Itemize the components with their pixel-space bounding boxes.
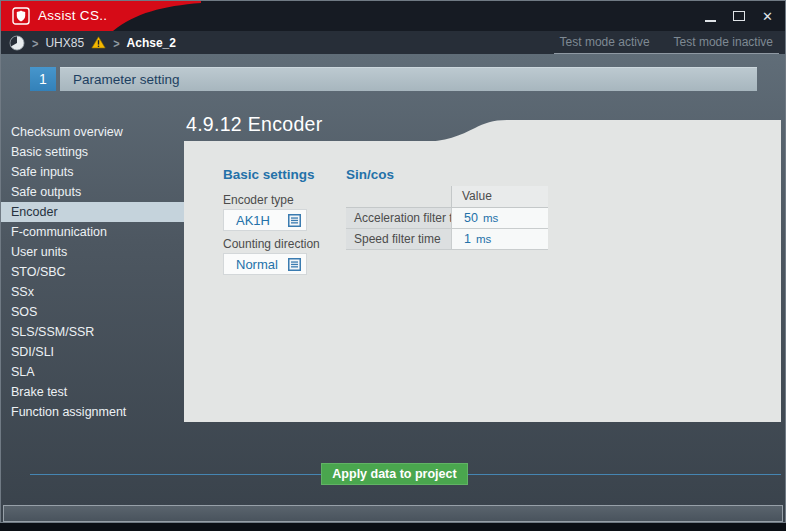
breadcrumb-axis[interactable]: Achse_2 [127,36,176,50]
close-icon[interactable]: ✕ [762,10,773,23]
sidebar-item-sla[interactable]: SLA [1,362,184,382]
sidebar-item-sos[interactable]: SOS [1,302,184,322]
sidebar-item-f-communication[interactable]: F-communication [1,222,184,242]
sidebar-item-basic-settings[interactable]: Basic settings [1,142,184,162]
app-title: Assist CS.. [38,8,107,23]
sidebar-item-safe-outputs[interactable]: Safe outputs [1,182,184,202]
sidebar-item-function-assignment[interactable]: Function assignment [1,402,184,422]
counting-direction-dropdown[interactable]: Normal [223,253,307,275]
counting-direction-value: Normal [224,257,288,272]
test-mode-inactive-button[interactable]: Test mode inactive [674,35,773,49]
title-bar: Assist CS.. ✕ [1,1,785,31]
apply-data-button[interactable]: Apply data to project [321,463,468,485]
minimize-icon[interactable] [705,11,716,22]
speed-filter-time-label: Speed filter time [346,229,451,250]
step-header[interactable]: 1 Parameter setting [30,67,757,91]
sidebar-item-sto-sbc[interactable]: STO/SBC [1,262,184,282]
section-title-sincos: Sin/cos [346,167,394,182]
speed-filter-time-field[interactable]: 1ms [451,229,548,250]
app-window: Assist CS.. ✕ > UHX85 > Achse_2 Test mod… [0,0,786,523]
encoder-type-label: Encoder type [223,193,294,207]
breadcrumb: > UHX85 > Achse_2 Test mode active Test … [1,31,785,54]
maximize-icon[interactable] [733,11,745,21]
sidebar-item-checksum-overview[interactable]: Checksum overview [1,122,184,142]
test-mode-switch: Test mode active Test mode inactive [554,31,779,54]
warning-icon [91,36,106,49]
counting-direction-label: Counting direction [223,237,320,251]
page-title: 4.9.12 Encoder [186,113,322,136]
breadcrumb-device[interactable]: UHX85 [45,36,84,50]
encoder-type-value: AK1H [224,213,288,228]
sidebar-item-brake-test[interactable]: Brake test [1,382,184,402]
main-area: 1 Parameter setting Checksum overview Ba… [1,54,785,522]
shield-logo-icon [12,7,30,25]
sidebar-item-user-units[interactable]: User units [1,242,184,262]
sidebar-item-encoder[interactable]: Encoder [1,202,184,222]
table-row: Acceleration filter time 50ms [346,208,548,229]
sincos-table: Value Acceleration filter time 50ms Spee… [346,186,548,250]
table-header-empty [346,186,451,208]
step-label: Parameter setting [60,67,757,91]
test-mode-active-button[interactable]: Test mode active [560,35,650,49]
section-title-basic-settings: Basic settings [223,167,315,182]
step-number: 1 [30,67,56,91]
chevron-right-icon: > [32,35,38,49]
sidebar-item-ssx[interactable]: SSx [1,282,184,302]
acceleration-filter-time-field[interactable]: 50ms [451,208,548,229]
sidebar-item-sls-ssm-ssr[interactable]: SLS/SSM/SSR [1,322,184,342]
encoder-type-dropdown[interactable]: AK1H [223,209,307,231]
acceleration-filter-time-label: Acceleration filter time [346,208,451,229]
sidebar-item-safe-inputs[interactable]: Safe inputs [1,162,184,182]
sidebar-nav: Checksum overview Basic settings Safe in… [1,122,184,422]
table-row: Speed filter time 1ms [346,229,548,250]
status-bar [3,505,783,522]
sidebar-item-sdi-sli[interactable]: SDI/SLI [1,342,184,362]
list-select-icon [288,214,301,227]
list-select-icon [288,258,301,271]
device-icon[interactable] [9,35,25,51]
chevron-right-icon: > [113,35,119,49]
content-panel: Basic settings Sin/cos Encoder type AK1H… [184,141,781,422]
panel-curve [421,120,781,142]
table-header-value: Value [451,186,548,208]
